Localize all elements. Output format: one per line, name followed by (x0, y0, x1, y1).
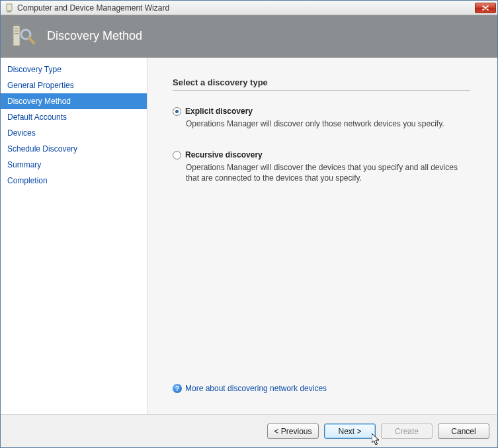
content-heading: Select a discovery type (173, 77, 470, 91)
radio-explicit[interactable] (173, 107, 181, 116)
wizard-body: Discovery Type General Properties Discov… (1, 58, 497, 414)
help-link-row: ? More about discovering network devices (173, 384, 327, 393)
wizard-header-icon (11, 23, 38, 50)
wizard-sidebar: Discovery Type General Properties Discov… (1, 58, 147, 414)
sidebar-item-completion[interactable]: Completion (1, 173, 147, 189)
wizard-header: Discovery Method (1, 15, 497, 58)
radio-explicit-label[interactable]: Explicit discovery (185, 107, 253, 116)
wizard-window: Computer and Device Management Wizard Di… (0, 0, 498, 448)
previous-button[interactable]: < Previous (267, 424, 319, 439)
sidebar-item-summary[interactable]: Summary (1, 157, 147, 173)
option-explicit: Explicit discovery Operations Manager wi… (173, 107, 483, 129)
sidebar-item-default-accounts[interactable]: Default Accounts (1, 109, 147, 125)
option-recursive-description: Operations Manager will discover the dev… (186, 162, 464, 183)
create-button: Create (381, 424, 433, 439)
svg-rect-0 (7, 4, 12, 11)
sidebar-item-general-properties[interactable]: General Properties (1, 77, 147, 93)
app-icon (5, 3, 14, 13)
radio-recursive-label[interactable]: Recursive discovery (185, 150, 263, 159)
sidebar-item-discovery-method[interactable]: Discovery Method (1, 93, 147, 109)
help-icon: ? (173, 384, 182, 393)
svg-rect-5 (15, 33, 19, 34)
wizard-header-title: Discovery Method (47, 29, 142, 43)
option-explicit-description: Operations Manager will discover only th… (186, 118, 464, 129)
svg-rect-3 (15, 28, 19, 29)
svg-rect-1 (7, 11, 11, 13)
svg-line-7 (29, 38, 34, 43)
cancel-button[interactable]: Cancel (438, 424, 489, 439)
wizard-content: Select a discovery type Explicit discove… (147, 58, 497, 414)
svg-rect-4 (15, 30, 19, 32)
window-title: Computer and Device Management Wizard (17, 3, 475, 13)
titlebar: Computer and Device Management Wizard (1, 1, 497, 15)
sidebar-item-discovery-type[interactable]: Discovery Type (1, 62, 147, 77)
option-recursive: Recursive discovery Operations Manager w… (173, 150, 483, 183)
sidebar-item-devices[interactable]: Devices (1, 125, 147, 141)
radio-recursive[interactable] (173, 151, 181, 159)
help-link[interactable]: More about discovering network devices (185, 384, 327, 393)
close-button[interactable] (475, 3, 496, 13)
next-button[interactable]: Next > (324, 424, 376, 439)
sidebar-item-schedule-discovery[interactable]: Schedule Discovery (1, 141, 147, 157)
wizard-footer: < Previous Next > Create Cancel (1, 414, 497, 447)
